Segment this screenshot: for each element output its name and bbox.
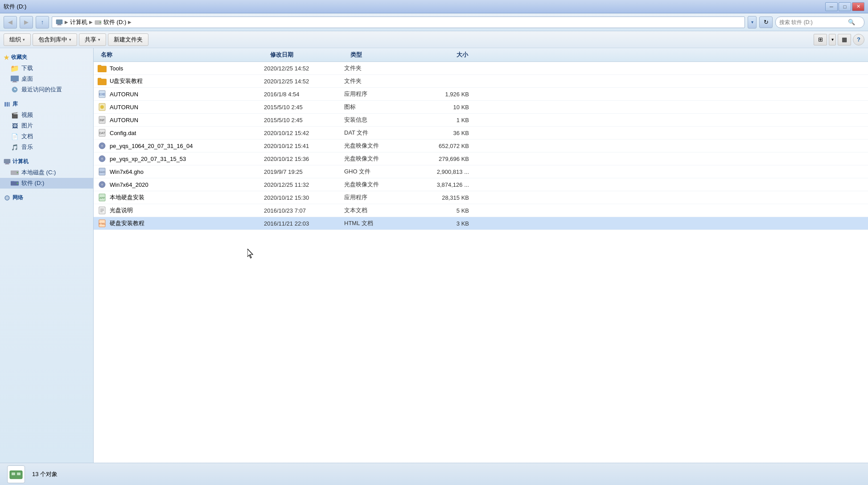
file-size: 279,696 KB (411, 156, 469, 162)
view-dropdown-button[interactable]: ▾ (829, 34, 836, 45)
file-type: 应用程序 (344, 90, 411, 98)
file-date: 2015/5/10 2:45 (264, 104, 344, 111)
minimize-button[interactable]: ─ (825, 2, 838, 11)
change-view-icon[interactable]: ▦ (838, 34, 851, 45)
up-button[interactable]: ↑ (36, 16, 49, 29)
organize-button[interactable]: 组织 ▾ (4, 33, 31, 46)
table-row[interactable]: GHO Win7x64.gho 2019/9/7 19:25 GHO 文件 2,… (94, 165, 868, 178)
file-date: 2020/12/25 14:52 (264, 78, 344, 85)
add-to-library-button[interactable]: 包含到库中 ▾ (33, 33, 77, 46)
table-row[interactable]: Tools 2020/12/25 14:52 文件夹 (94, 62, 868, 75)
file-date: 2019/9/7 19:25 (264, 169, 344, 175)
video-icon: 🎬 (11, 111, 19, 119)
share-dropdown-icon: ▾ (98, 37, 100, 42)
computer-label: 计算机 (12, 158, 29, 165)
sidebar-item-video[interactable]: 🎬 视频 (0, 110, 93, 120)
help-button[interactable]: ? (853, 34, 864, 45)
file-name: Win7x64_2020 (110, 181, 264, 188)
c-drive-icon (11, 169, 19, 177)
col-header-type[interactable]: 类型 (347, 50, 414, 60)
file-type: 文本文档 (344, 206, 411, 214)
computer-header[interactable]: 计算机 (0, 156, 93, 167)
sidebar-item-music[interactable]: 🎵 音乐 (0, 142, 93, 152)
sidebar-item-image[interactable]: 🖼 图片 (0, 120, 93, 131)
sidebar-item-desktop[interactable]: 桌面 (0, 74, 93, 84)
svg-text:EXE: EXE (99, 93, 105, 96)
svg-text:HTML: HTML (99, 222, 106, 225)
table-row[interactable]: AUTORUN 2015/5/10 2:45 图标 10 KB (94, 101, 868, 114)
table-row[interactable]: APP 本地硬盘安装 2020/10/12 15:30 应用程序 28,315 … (94, 191, 868, 204)
table-row[interactable]: EXE AUTORUN 2016/1/8 4:54 应用程序 1,926 KB (94, 88, 868, 101)
new-folder-button[interactable]: 新建文件夹 (108, 33, 148, 46)
svg-rect-10 (7, 102, 8, 107)
close-button[interactable]: ✕ (852, 2, 864, 11)
favorites-header[interactable]: ★ 收藏夹 (0, 52, 93, 63)
file-size: 3,874,126 ... (411, 181, 469, 188)
document-icon: 📄 (11, 132, 19, 140)
sidebar-item-c-drive[interactable]: 本地磁盘 (C:) (0, 167, 93, 178)
share-button[interactable]: 共享 ▾ (79, 33, 106, 46)
view-change-button[interactable]: ⊞ (814, 34, 827, 45)
table-row[interactable]: pe_yqs_1064_20_07_31_16_04 2020/10/12 15… (94, 140, 868, 152)
music-label: 音乐 (21, 143, 33, 151)
file-type: 光盘映像文件 (344, 155, 411, 163)
desktop-label: 桌面 (21, 75, 33, 83)
table-row[interactable]: pe_yqs_xp_20_07_31_15_53 2020/10/12 15:3… (94, 152, 868, 165)
file-icon: GHO (97, 167, 107, 177)
col-header-name[interactable]: 名称 (97, 50, 267, 60)
file-type: DAT 文件 (344, 129, 411, 137)
table-row[interactable]: Win7x64_2020 2020/12/25 11:32 光盘映像文件 3,8… (94, 178, 868, 191)
address-bar: ◀ ▶ ↑ ▶ 计算机 ▶ 软件 (D:) ▶ ▾ ↻ 🔍 (0, 13, 868, 31)
sidebar-item-recent[interactable]: 最近访问的位置 (0, 84, 93, 95)
file-size: 28,315 KB (411, 194, 469, 201)
back-button[interactable]: ◀ (4, 16, 17, 29)
path-separator-3: ▶ (128, 20, 132, 25)
file-icon: APP (97, 193, 107, 202)
svg-rect-9 (4, 102, 6, 107)
forward-button[interactable]: ▶ (20, 16, 33, 29)
file-type: 图标 (344, 103, 411, 111)
refresh-button[interactable]: ↻ (759, 16, 773, 28)
file-name: U盘安装教程 (110, 77, 264, 85)
file-icon (97, 76, 107, 86)
search-input[interactable] (779, 19, 846, 25)
address-path[interactable]: ▶ 计算机 ▶ 软件 (D:) ▶ (52, 16, 745, 28)
svg-rect-0 (56, 20, 62, 24)
file-type: 文件夹 (344, 77, 411, 85)
table-row[interactable]: HTML 硬盘安装教程 2016/11/21 22:03 HTML 文档 3 K… (94, 217, 868, 230)
path-dropdown-button[interactable]: ▾ (748, 16, 757, 29)
table-row[interactable]: DAT Config.dat 2020/10/12 15:42 DAT 文件 3… (94, 127, 868, 140)
svg-rect-1 (58, 24, 61, 25)
file-name: 本地硬盘安装 (110, 193, 264, 201)
status-text: 13 个对象 (32, 470, 58, 478)
table-row[interactable]: U盘安装教程 2020/12/25 14:52 文件夹 (94, 75, 868, 88)
file-icon (97, 102, 107, 112)
library-dropdown-icon: ▾ (69, 37, 71, 42)
col-header-date[interactable]: 修改日期 (267, 50, 347, 60)
file-size: 36 KB (411, 130, 469, 136)
computer-sidebar-icon (4, 158, 11, 165)
svg-rect-2 (57, 25, 62, 25)
svg-text:INF: INF (99, 119, 104, 122)
svg-text:DAT: DAT (99, 132, 105, 135)
svg-point-16 (17, 172, 18, 173)
sidebar-item-download[interactable]: 📁 下载 (0, 63, 93, 74)
drive-icon (95, 19, 102, 26)
col-header-size[interactable]: 大小 (414, 50, 472, 60)
network-header[interactable]: 网络 (0, 192, 93, 203)
sidebar-item-document[interactable]: 📄 文档 (0, 131, 93, 142)
toolbar: 组织 ▾ 包含到库中 ▾ 共享 ▾ 新建文件夹 ⊞ ▾ ▦ ? (0, 31, 868, 48)
table-row[interactable]: INF AUTORUN 2015/5/10 2:45 安装信息 1 KB (94, 114, 868, 127)
file-icon (97, 206, 107, 215)
library-header[interactable]: 库 (0, 99, 93, 110)
file-icon: EXE (97, 89, 107, 99)
search-box[interactable]: 🔍 (775, 16, 864, 28)
star-icon: ★ (4, 54, 9, 61)
maximize-button[interactable]: □ (839, 2, 851, 11)
svg-rect-17 (11, 170, 14, 171)
table-row[interactable]: 光盘说明 2016/10/23 7:07 文本文档 5 KB (94, 204, 868, 217)
sidebar-section-library: 库 🎬 视频 🖼 图片 📄 文档 🎵 音乐 (0, 99, 93, 152)
sidebar-item-d-drive[interactable]: 软件 (D:) (0, 178, 93, 189)
toolbar-right: ⊞ ▾ ▦ ? (814, 34, 864, 45)
file-date: 2020/10/12 15:42 (264, 130, 344, 136)
